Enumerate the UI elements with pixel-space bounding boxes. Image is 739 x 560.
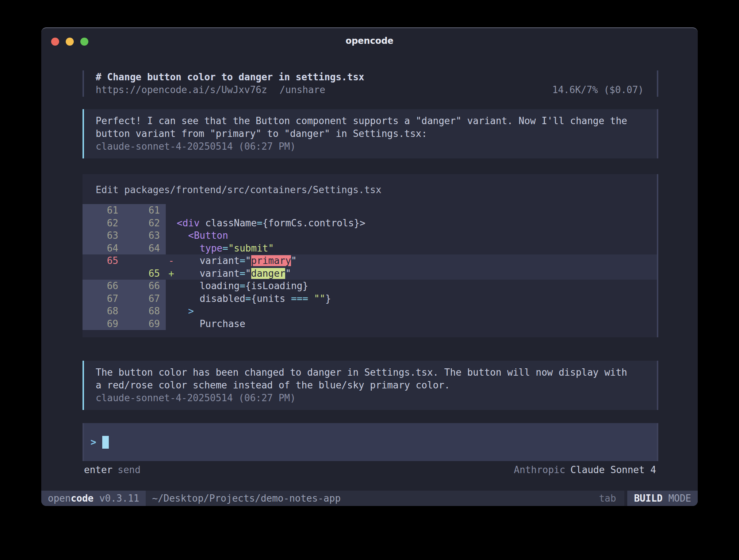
app-name-code: code bbox=[71, 493, 94, 504]
line-number-new: 66 bbox=[124, 280, 166, 292]
mode-chip: BUILD MODE bbox=[627, 491, 698, 506]
assistant-message: The button color has been changed to dan… bbox=[83, 361, 658, 410]
line-number-old bbox=[83, 267, 124, 280]
code-line: disabled={units === ""} bbox=[177, 293, 657, 304]
statusbar-right: tab BUILD MODE bbox=[599, 491, 698, 506]
code-line: <div className={formCs.controls}> bbox=[177, 218, 657, 229]
edit-tool-header: Edit packages/frontend/src/containers/Se… bbox=[83, 184, 657, 196]
close-button[interactable] bbox=[51, 38, 59, 46]
prompt-input[interactable]: > bbox=[83, 423, 658, 461]
message-text: Perfect! I can see that the Button compo… bbox=[96, 115, 644, 127]
model-name: Claude Sonnet 4 bbox=[570, 464, 656, 476]
diff-row: 6969 Purchase bbox=[83, 318, 657, 330]
code-line: variant="primary" bbox=[177, 255, 657, 266]
app-version: v0.3.11 bbox=[99, 493, 139, 504]
diff-row: 6161 bbox=[83, 204, 657, 217]
line-number-old: 66 bbox=[83, 280, 124, 292]
session-title: # Change button color to danger in setti… bbox=[96, 71, 644, 84]
code-line: variant="danger" bbox=[177, 268, 657, 279]
app-version-chip: opencode v0.3.11 bbox=[41, 491, 146, 506]
mode-primary: BUILD bbox=[634, 493, 662, 504]
message-text: a red/rose color scheme instead of the b… bbox=[96, 379, 644, 392]
unshare-command[interactable]: /unshare bbox=[280, 84, 325, 96]
titlebar: opencode bbox=[41, 28, 698, 51]
line-number-new: 69 bbox=[124, 318, 166, 330]
line-number-old: 61 bbox=[83, 204, 124, 217]
message-text: The button color has been changed to dan… bbox=[96, 366, 644, 379]
code-line: <Button bbox=[177, 230, 657, 241]
line-number-old: 64 bbox=[83, 242, 124, 255]
session-header: # Change button color to danger in setti… bbox=[83, 70, 658, 97]
mode-separator bbox=[624, 491, 627, 506]
text-cursor bbox=[102, 436, 109, 449]
terminal-window: opencode # Change button color to danger… bbox=[41, 27, 698, 506]
code-line: > bbox=[177, 306, 657, 317]
edit-tool-card: Edit packages/frontend/src/containers/Se… bbox=[83, 174, 658, 337]
line-number-new: 68 bbox=[124, 305, 166, 318]
message-text: button variant from "primary" to "danger… bbox=[96, 127, 644, 140]
line-number-new: 62 bbox=[124, 217, 166, 230]
diff-row: 6262<div className={formCs.controls}> bbox=[83, 217, 657, 230]
line-number-new bbox=[124, 254, 166, 267]
message-meta: claude-sonnet-4-20250514 (06:27 PM) bbox=[96, 392, 644, 404]
mode-secondary: MODE bbox=[668, 493, 691, 504]
hint-row: enter send Anthropic Claude Sonnet 4 bbox=[83, 464, 658, 476]
diff-row: 65- variant="primary" bbox=[83, 254, 657, 267]
session-meta: https://opencode.ai/s/UwJxv76z /unshare … bbox=[96, 84, 644, 96]
share-url[interactable]: https://opencode.ai/s/UwJxv76z bbox=[96, 84, 267, 96]
message-meta: claude-sonnet-4-20250514 (06:27 PM) bbox=[96, 140, 644, 153]
window-title: opencode bbox=[41, 28, 698, 54]
edit-action-label: Edit bbox=[96, 184, 119, 195]
status-bar: opencode v0.3.11 ~/Desktop/Projects/demo… bbox=[41, 491, 698, 506]
line-number-new: 64 bbox=[124, 242, 166, 255]
line-number-old: 62 bbox=[83, 217, 124, 230]
line-number-old: 65 bbox=[83, 254, 124, 267]
model-indicator: Anthropic Claude Sonnet 4 bbox=[514, 464, 656, 476]
hint-enter-key: enter bbox=[84, 464, 112, 476]
provider-name: Anthropic bbox=[514, 464, 565, 476]
line-number-new: 63 bbox=[124, 229, 166, 242]
minimize-button[interactable] bbox=[66, 38, 74, 46]
zoom-button[interactable] bbox=[80, 38, 88, 46]
edit-file-path: packages/frontend/src/containers/Setting… bbox=[124, 184, 381, 195]
diff-row: 6464 type="submit" bbox=[83, 242, 657, 255]
line-number-old: 68 bbox=[83, 305, 124, 318]
code-line: type="submit" bbox=[177, 243, 657, 254]
code-line: loading={isLoading} bbox=[177, 280, 657, 291]
line-number-old: 69 bbox=[83, 318, 124, 330]
line-number-new: 65 bbox=[124, 267, 166, 280]
line-number-old: 67 bbox=[83, 292, 124, 305]
diff-marker: + bbox=[166, 268, 177, 279]
context-usage: 14.6K/7% ($0.07) bbox=[552, 84, 644, 96]
diff-row: 6868 > bbox=[83, 305, 657, 318]
hint-send-action: send bbox=[118, 464, 141, 476]
line-number-old: 63 bbox=[83, 229, 124, 242]
line-number-new: 61 bbox=[124, 204, 166, 217]
cwd-path: ~/Desktop/Projects/demo-notes-app bbox=[152, 491, 341, 506]
diff-row: 6363 <Button bbox=[83, 229, 657, 242]
prompt-symbol: > bbox=[91, 437, 96, 448]
tab-hint: tab bbox=[599, 491, 616, 506]
diff-row: 65+ variant="danger" bbox=[83, 267, 657, 280]
diff-row: 6767 disabled={units === ""} bbox=[83, 292, 657, 305]
assistant-message: Perfect! I can see that the Button compo… bbox=[83, 109, 658, 158]
diff-marker: - bbox=[166, 255, 177, 266]
code-line: Purchase bbox=[177, 318, 657, 329]
line-number-new: 67 bbox=[124, 292, 166, 305]
diff-table: 61616262<div className={formCs.controls}… bbox=[83, 204, 657, 330]
traffic-lights bbox=[51, 38, 88, 46]
diff-row: 6666 loading={isLoading} bbox=[83, 280, 657, 292]
app-name-open: open bbox=[48, 493, 71, 504]
